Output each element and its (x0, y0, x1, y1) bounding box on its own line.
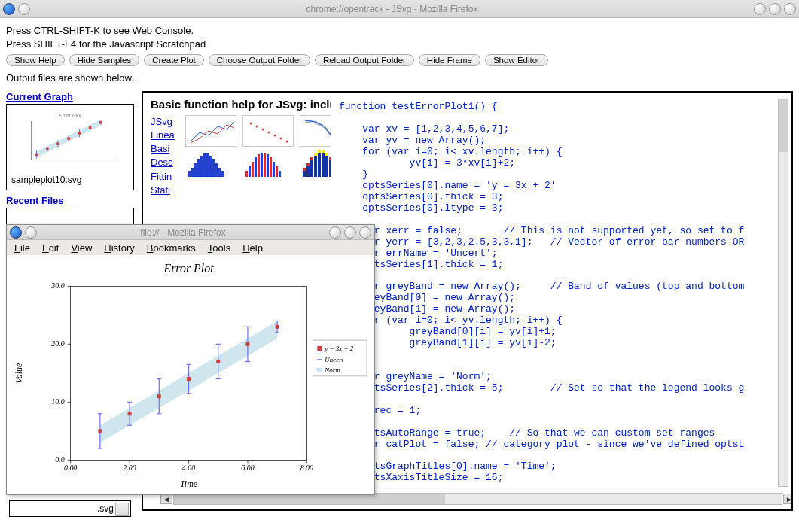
main-window-titlebar: chrome://opentrack - JSvg - Mozilla Fire… (0, 0, 799, 18)
hide-frame-button[interactable]: Hide Frame (419, 54, 480, 66)
svg-rect-66 (322, 150, 325, 153)
svg-rect-50 (279, 171, 281, 177)
menu-help[interactable]: Help (242, 242, 263, 254)
svg-rect-11 (46, 148, 49, 151)
svg-rect-56 (322, 153, 325, 177)
sample-thumb[interactable] (185, 150, 236, 178)
doc-link-jsvg[interactable]: JSvg (151, 115, 181, 129)
maximize-button[interactable] (769, 3, 781, 15)
recent-files-heading[interactable]: Recent Files (6, 195, 64, 206)
menu-tools[interactable]: Tools (208, 242, 230, 254)
svg-text:4.00: 4.00 (182, 464, 195, 473)
svg-rect-57 (325, 156, 328, 177)
svg-rect-44 (261, 153, 263, 177)
scroll-right-icon[interactable]: ► (783, 494, 793, 504)
menu-history[interactable]: History (104, 242, 134, 254)
svg-rect-118 (187, 377, 191, 381)
menu-file[interactable]: File (14, 242, 30, 254)
doc-link-desc[interactable]: Desc (151, 156, 181, 169)
svg-text:10.0: 10.0 (51, 398, 64, 406)
help-line-2: Press SHIFT-F4 for the Javascript Scratc… (6, 38, 793, 51)
output-label: Output files are shown below. (6, 72, 793, 84)
svg-text:2.00: 2.00 (123, 464, 136, 473)
popup-close-button[interactable] (359, 226, 371, 239)
svg-rect-47 (270, 157, 272, 177)
sample-thumb[interactable] (242, 115, 294, 147)
popup-maximize-button[interactable] (344, 226, 356, 239)
svg-rect-48 (273, 162, 275, 177)
doc-link-basi[interactable]: Basi (151, 142, 181, 156)
svg-extension-field[interactable]: .svg (9, 500, 131, 517)
svg-rect-46 (267, 154, 269, 177)
scroll-left-icon[interactable]: ◄ (160, 494, 172, 504)
doc-link-fittin[interactable]: Fittin (151, 170, 181, 184)
svg-rect-36 (215, 163, 218, 177)
svg-rect-31 (200, 156, 203, 177)
svg-rect-28 (191, 168, 194, 177)
svg-rect-121 (276, 325, 279, 329)
wm-button[interactable] (25, 226, 37, 239)
svg-rect-45 (264, 153, 266, 177)
svg-rect-18 (243, 116, 293, 146)
create-plot-button[interactable]: Create Plot (144, 54, 204, 66)
svg-text:Norm: Norm (324, 366, 340, 374)
popup-minimize-button[interactable] (329, 226, 341, 239)
show-editor-button[interactable]: Show Editor (485, 54, 548, 66)
svg-rect-15 (89, 126, 92, 129)
doc-link-stati[interactable]: Stati (151, 184, 181, 197)
svg-rect-62 (306, 163, 310, 166)
svg-rect-49 (276, 166, 278, 177)
current-graph-heading[interactable]: Current Graph (6, 91, 73, 102)
svg-point-20 (256, 125, 258, 127)
svg-point-24 (280, 137, 282, 139)
svg-rect-119 (216, 360, 220, 363)
svg-rect-16 (99, 121, 102, 124)
svg-rect-40 (249, 166, 251, 177)
vertical-scrollbar[interactable] (778, 99, 788, 487)
svg-rect-123 (317, 346, 322, 351)
toolbar: Show Help Hide Samples Create Plot Choos… (6, 54, 793, 66)
svg-rect-30 (197, 159, 200, 177)
menu-view[interactable]: View (71, 242, 92, 254)
svg-rect-115 (98, 430, 102, 433)
show-help-button[interactable]: Show Help (6, 54, 65, 66)
svg-rect-117 (157, 394, 161, 398)
svg-point-19 (250, 122, 252, 124)
svg-rect-51 (303, 171, 306, 177)
code-area[interactable]: function testErrorPlot1() { var xv = [1,… (331, 99, 791, 487)
choose-output-folder-button[interactable]: Choose Output Folder (209, 54, 310, 66)
current-graph-thumb[interactable]: Error Plot (6, 104, 134, 190)
svg-text:Time: Time (180, 479, 198, 490)
doc-link-linea[interactable]: Linea (151, 129, 181, 142)
svg-rect-42 (255, 157, 257, 177)
popup-titlebar[interactable]: file:// - Mozilla Firefox (7, 225, 374, 240)
svg-text:0.00: 0.00 (64, 464, 77, 473)
menu-bookmarks[interactable]: Bookmarks (147, 242, 196, 254)
svg-point-22 (268, 131, 270, 133)
svg-rect-53 (310, 160, 313, 177)
hide-samples-button[interactable]: Hide Samples (69, 54, 140, 66)
wm-button[interactable] (18, 3, 30, 15)
svg-rect-34 (209, 156, 212, 177)
svg-point-23 (274, 134, 276, 136)
menu-edit[interactable]: Edit (42, 242, 59, 254)
svg-rect-27 (188, 171, 191, 177)
sample-gallery (185, 115, 351, 178)
sample-thumb[interactable] (242, 150, 294, 178)
svg-text:Uncert: Uncert (325, 356, 343, 363)
sample-thumb[interactable] (185, 115, 236, 147)
svg-rect-61 (303, 168, 306, 171)
svg-text:0.0: 0.0 (55, 456, 64, 464)
svg-rect-35 (212, 159, 215, 177)
recent-files-box[interactable] (6, 208, 134, 226)
svg-rect-54 (314, 156, 317, 177)
popup-title: file:// - Mozilla Firefox (37, 227, 329, 238)
svg-text:30.0: 30.0 (50, 282, 64, 290)
svg-rect-52 (306, 166, 310, 177)
close-button[interactable] (784, 3, 796, 15)
svg-rect-43 (258, 154, 260, 177)
svg-text:Error Plot: Error Plot (59, 113, 82, 119)
minimize-button[interactable] (754, 3, 766, 15)
svg-rect-120 (245, 342, 249, 346)
reload-output-folder-button[interactable]: Reload Output Folder (315, 54, 414, 66)
